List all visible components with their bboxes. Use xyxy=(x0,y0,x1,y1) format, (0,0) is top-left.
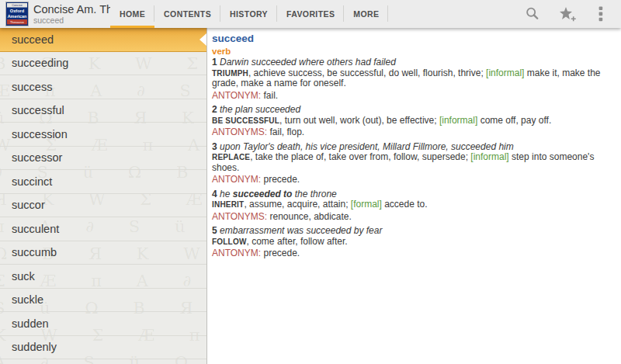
word-list-item-succeeding[interactable]: succeeding xyxy=(0,52,206,76)
svg-text:Concise: Concise xyxy=(12,4,23,7)
sense-synonyms: REPLACE, take the place of, take over fr… xyxy=(212,152,615,173)
word-list-item-suddenly[interactable]: suddenly xyxy=(0,336,206,360)
sense-antonyms: ANTONYM: precede. xyxy=(212,175,615,185)
sense-3: 3 upon Taylor's death, his vice presiden… xyxy=(212,142,615,185)
sense-antonyms: ANTONYMS: renounce, abdicate. xyxy=(212,212,615,223)
word-list-item-label: succeeding xyxy=(12,57,68,69)
tab-favorites[interactable]: FAVORITES xyxy=(277,0,344,28)
word-list-item-label: suck xyxy=(12,270,35,283)
overflow-menu-icon xyxy=(598,5,604,23)
sense-example: 2 the plan succeeded xyxy=(212,105,615,116)
action-buttons xyxy=(520,0,621,28)
word-list-item-label: succor xyxy=(12,199,45,211)
word-list-item-succor[interactable]: succor xyxy=(0,194,206,218)
search-button[interactable] xyxy=(520,2,545,26)
entry-panel[interactable]: succeed verb 1 Darwin succeeded where ot… xyxy=(207,28,621,364)
word-list-item-succumb[interactable]: succumb xyxy=(0,241,206,265)
tab-contents[interactable]: CONTENTS xyxy=(154,0,220,28)
tab-home[interactable]: HOME xyxy=(110,0,154,28)
word-list-item-label: successful xyxy=(12,104,64,116)
word-list-item-suckle[interactable]: suckle xyxy=(0,289,206,313)
sense-example: 3 upon Taylor's death, his vice presiden… xyxy=(212,142,615,153)
tab-label: CONTENTS xyxy=(164,9,211,19)
word-list-item-success[interactable]: success xyxy=(0,75,206,99)
part-of-speech: verb xyxy=(212,47,615,56)
sense-4: 4 he succeeded to the throne INHERIT, as… xyxy=(212,189,615,223)
app-title: Concise Am. Thes. xyxy=(33,3,110,16)
sense-2: 2 the plan succeeded BE SUCCESSFUL, turn… xyxy=(212,105,615,138)
word-list-item-successful[interactable]: successful xyxy=(0,99,206,123)
word-list-panel: A ∂ S ü Ω B Я K W Σ Æ π A ∂ S ü Ω B Я K … xyxy=(0,28,207,364)
app-window: Concise Oxford American Thesaurus Concis… xyxy=(0,0,621,364)
word-list-item-label: succumb xyxy=(12,246,57,258)
word-list-item-label: succeed xyxy=(12,33,54,46)
sense-antonyms: ANTONYM: precede. xyxy=(212,248,615,259)
search-icon xyxy=(524,5,541,23)
word-list-item-label: suckle xyxy=(12,293,43,306)
sense-example: 1 Darwin succeeded where others had fail… xyxy=(212,57,615,68)
entry-headword: succeed xyxy=(212,33,615,44)
sense-synonyms: INHERIT, assume, acquire, attain; [forma… xyxy=(212,199,615,210)
sense-1: 1 Darwin succeeded where others had fail… xyxy=(212,57,615,101)
word-list-item-successor[interactable]: successor xyxy=(0,147,206,171)
tab-label: FAVORITES xyxy=(286,9,335,19)
word-list-item-label: succinct xyxy=(12,175,52,188)
sense-synonyms: FOLLOW, come after, follow after. xyxy=(212,237,615,248)
senses-container: 1 Darwin succeeded where others had fail… xyxy=(212,57,615,259)
tab-label: MORE xyxy=(353,9,379,19)
word-list-item-label: success xyxy=(12,81,52,93)
word-list-item-label: suddenly xyxy=(12,341,57,353)
tab-bar: HOMECONTENTSHISTORYFAVORITESMORE xyxy=(110,0,388,28)
word-list-item-label: succession xyxy=(12,128,68,140)
word-list-item-label: sudden xyxy=(12,317,49,330)
word-list-item-succinct[interactable]: succinct xyxy=(0,170,206,194)
word-list-item-suck[interactable]: suck xyxy=(0,265,206,289)
add-favorite-button[interactable] xyxy=(554,2,579,26)
app-logo-icon: Concise Oxford American Thesaurus xyxy=(6,2,28,26)
action-bar: Concise Oxford American Thesaurus Concis… xyxy=(0,0,621,28)
svg-text:American: American xyxy=(8,14,27,19)
sense-antonyms: ANTONYMS: fail, flop. xyxy=(212,127,615,138)
word-list-item-label: successor xyxy=(12,151,62,164)
tab-more[interactable]: MORE xyxy=(344,0,388,28)
word-list-item-succulent[interactable]: succulent xyxy=(0,217,206,241)
tab-history[interactable]: HISTORY xyxy=(220,0,277,28)
sense-synonyms: BE SUCCESSFUL, turn out well, work (out)… xyxy=(212,116,615,127)
svg-text:Thesaurus: Thesaurus xyxy=(10,21,24,24)
word-list-item-sudden[interactable]: sudden xyxy=(0,312,206,336)
svg-text:Oxford: Oxford xyxy=(10,9,25,13)
sense-example: 4 he succeeded to the throne xyxy=(212,189,615,200)
word-list-item-succeed[interactable]: succeed xyxy=(0,28,206,52)
main-area: A ∂ S ü Ω B Я K W Σ Æ π A ∂ S ü Ω B Я K … xyxy=(0,28,621,364)
sense-antonyms: ANTONYM: fail. xyxy=(212,91,615,102)
tab-label: HOME xyxy=(120,9,145,19)
sense-example: 5 embarrassment was succeeded by fear xyxy=(212,226,615,237)
sense-5: 5 embarrassment was succeeded by fear FO… xyxy=(212,226,615,259)
word-list-item-succession[interactable]: succession xyxy=(0,123,206,147)
tab-label: HISTORY xyxy=(230,9,268,19)
current-word-subtitle: succeed xyxy=(33,16,110,25)
sense-synonyms: TRIUMPH, achieve success, be successful,… xyxy=(212,68,615,89)
add-favorite-star-icon xyxy=(557,5,577,23)
app-brand[interactable]: Concise Oxford American Thesaurus Concis… xyxy=(0,0,110,28)
word-list: succeedsucceedingsuccesssuccessfulsucces… xyxy=(0,28,206,359)
overflow-menu-button[interactable] xyxy=(588,2,613,26)
word-list-item-label: succulent xyxy=(12,223,59,235)
